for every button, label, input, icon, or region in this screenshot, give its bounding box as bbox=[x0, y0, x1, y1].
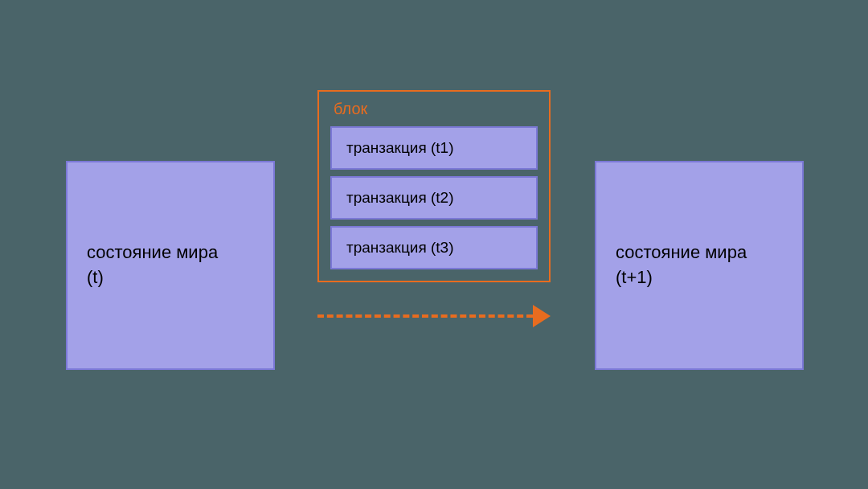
block-title: блок bbox=[330, 100, 538, 118]
transition-arrow bbox=[317, 302, 551, 331]
block-container: блок транзакция (t1) транзакция (t2) тра… bbox=[317, 90, 551, 282]
arrow-line bbox=[317, 314, 533, 318]
world-state-t: состояние мира (t) bbox=[66, 161, 275, 370]
world-state-t-plus-1-label: состояние мира (t+1) bbox=[616, 240, 747, 290]
transaction-item: транзакция (t1) bbox=[330, 126, 538, 170]
world-state-t-label: состояние мира (t) bbox=[87, 240, 218, 290]
world-state-t-plus-1: состояние мира (t+1) bbox=[595, 161, 804, 370]
arrow-head-icon bbox=[533, 305, 551, 327]
transaction-item: транзакция (t3) bbox=[330, 226, 538, 269]
transaction-item: транзакция (t2) bbox=[330, 176, 538, 220]
